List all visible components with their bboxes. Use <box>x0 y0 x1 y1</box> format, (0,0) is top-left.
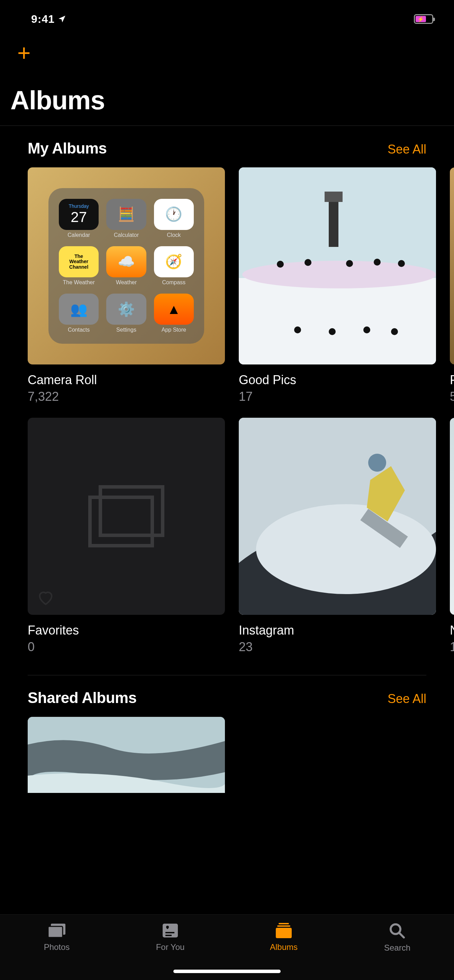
my-albums-header: My Albums See All <box>0 126 454 167</box>
tab-search[interactable]: Search <box>341 922 454 953</box>
svg-point-5 <box>277 261 284 268</box>
svg-rect-28 <box>276 928 292 938</box>
shared-album-thumbnail[interactable] <box>28 717 225 793</box>
svg-rect-25 <box>166 935 172 936</box>
album-thumbnail <box>239 418 436 615</box>
album-title: Favorites <box>28 623 225 638</box>
album-peek[interactable]: N 1 <box>450 418 454 654</box>
my-albums-see-all[interactable]: See All <box>387 142 426 157</box>
svg-point-19 <box>368 454 386 472</box>
album-title: Instagram <box>239 623 436 638</box>
svg-point-10 <box>294 326 301 333</box>
album-thumbnail <box>450 418 454 615</box>
svg-rect-1 <box>239 278 436 364</box>
svg-point-9 <box>398 260 405 267</box>
page-title: Albums <box>0 85 454 126</box>
shared-albums-see-all[interactable]: See All <box>387 692 426 706</box>
tab-albums[interactable]: Albums <box>227 922 341 952</box>
svg-point-12 <box>363 326 370 333</box>
svg-point-8 <box>374 259 381 266</box>
heart-icon <box>36 589 55 606</box>
album-count: 7,322 <box>28 389 225 404</box>
album-count: 0 <box>28 640 225 654</box>
svg-rect-26 <box>279 923 289 924</box>
album-instagram[interactable]: Instagram 23 <box>239 418 436 654</box>
tab-photos[interactable]: Photos <box>0 922 113 952</box>
tab-for-you[interactable]: For You <box>113 922 227 952</box>
status-time: 9:41 <box>31 13 67 25</box>
shared-albums-header: Shared Albums See All <box>0 675 454 717</box>
battery-icon: ⚡ <box>414 14 433 24</box>
tab-label: Photos <box>44 942 70 952</box>
svg-rect-24 <box>166 932 174 933</box>
add-album-button[interactable]: + <box>17 41 437 64</box>
album-title: Good Pics <box>239 373 436 387</box>
shared-albums-title: Shared Albums <box>28 689 137 706</box>
my-albums-title: My Albums <box>28 140 107 157</box>
album-thumbnail <box>239 167 436 364</box>
search-icon <box>389 922 406 940</box>
empty-album-icon <box>86 484 166 549</box>
albums-icon <box>274 922 294 939</box>
album-count: 23 <box>239 640 436 654</box>
svg-line-30 <box>399 933 404 937</box>
album-favorites[interactable]: Favorites 0 <box>28 418 225 654</box>
clock-text: 9:41 <box>31 13 55 25</box>
svg-rect-2 <box>329 199 338 247</box>
charging-bolt-icon: ⚡ <box>417 16 424 22</box>
svg-point-11 <box>329 328 336 335</box>
svg-point-4 <box>242 261 436 288</box>
home-indicator[interactable] <box>174 970 280 973</box>
tab-label: For You <box>156 942 185 952</box>
svg-rect-3 <box>325 192 342 202</box>
album-good-pics[interactable]: Good Pics 17 <box>239 167 436 404</box>
album-camera-roll[interactable]: Thursday27Calendar 🧮Calculator 🕐Clock Th… <box>28 167 225 404</box>
album-count: 5 <box>450 389 454 404</box>
svg-rect-27 <box>277 925 290 927</box>
album-title: N <box>450 623 454 638</box>
album-peek[interactable]: F 5 <box>450 167 454 404</box>
tab-label: Search <box>384 943 410 953</box>
location-icon <box>57 14 67 24</box>
album-count: 17 <box>239 389 436 404</box>
for-you-icon <box>161 922 179 939</box>
svg-point-6 <box>304 259 311 266</box>
svg-point-13 <box>391 328 398 335</box>
photos-icon <box>47 922 67 939</box>
album-thumbnail <box>450 167 454 364</box>
album-count: 1 <box>450 640 454 654</box>
tab-label: Albums <box>270 942 298 952</box>
status-bar: 9:41 ⚡ <box>0 0 454 35</box>
svg-rect-22 <box>48 926 63 937</box>
svg-point-17 <box>256 504 436 594</box>
album-title: F <box>450 373 454 387</box>
album-thumbnail: Thursday27Calendar 🧮Calculator 🕐Clock Th… <box>28 167 225 364</box>
tab-bar: Photos For You Albums Search <box>0 914 454 980</box>
album-title: Camera Roll <box>28 373 225 387</box>
svg-point-7 <box>346 260 353 267</box>
album-thumbnail <box>28 418 225 615</box>
